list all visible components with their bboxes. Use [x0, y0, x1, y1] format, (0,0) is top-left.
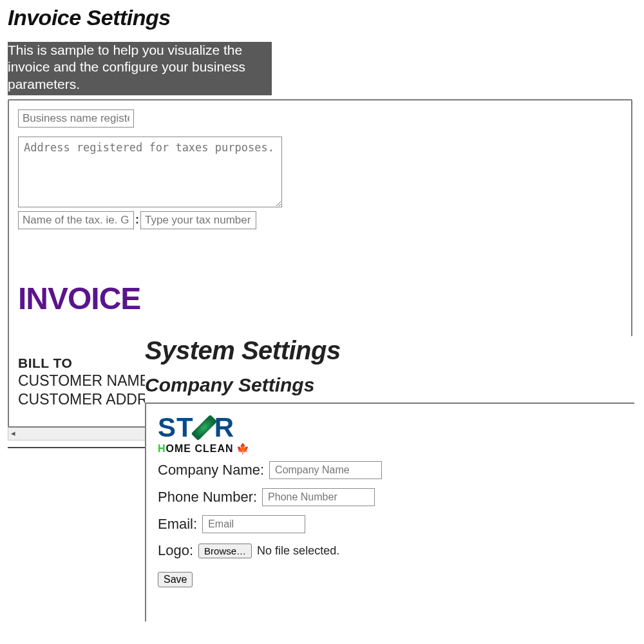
- maple-leaf-icon: 🍁: [234, 443, 250, 454]
- no-file-selected-text: No file selected.: [257, 544, 339, 558]
- phone-number-label: Phone Number:: [158, 489, 257, 506]
- tax-number-input[interactable]: [140, 211, 256, 229]
- tax-name-input[interactable]: [18, 211, 134, 229]
- company-settings-subtitle: Company Settings: [145, 374, 641, 396]
- email-label: Email:: [158, 516, 197, 533]
- browse-button[interactable]: Browse…: [198, 544, 252, 558]
- phone-number-input[interactable]: [262, 488, 375, 506]
- company-settings-frame: ST R HOME CLEAN🍁 Company Name: Phone Num…: [145, 402, 634, 621]
- company-name-input[interactable]: [269, 461, 382, 479]
- logo-diamond-icon: [191, 415, 217, 441]
- tax-colon: :: [134, 213, 140, 226]
- invoice-heading: INVOICE: [18, 281, 622, 316]
- business-address-textarea[interactable]: [18, 137, 282, 207]
- invoice-hint-box: This is sample to help you visualize the…: [8, 42, 272, 95]
- company-logo: ST R HOME CLEAN🍁: [158, 414, 625, 455]
- scroll-left-icon[interactable]: ◂: [11, 428, 15, 438]
- logo-text-h: H: [158, 443, 166, 454]
- business-name-input[interactable]: [18, 109, 134, 128]
- email-input[interactable]: [202, 515, 305, 533]
- company-name-label: Company Name:: [158, 462, 264, 478]
- logo-text-r: R: [214, 414, 234, 441]
- system-settings-panel: System Settings Company Settings ST R HO…: [145, 336, 641, 621]
- system-settings-title: System Settings: [145, 336, 641, 365]
- logo-text-st: ST: [158, 414, 194, 441]
- logo-label: Logo:: [158, 542, 193, 559]
- logo-text-homeclean: OME CLEAN: [166, 443, 234, 454]
- invoice-settings-title: Invoice Settings: [8, 5, 639, 30]
- save-button[interactable]: Save: [158, 572, 193, 587]
